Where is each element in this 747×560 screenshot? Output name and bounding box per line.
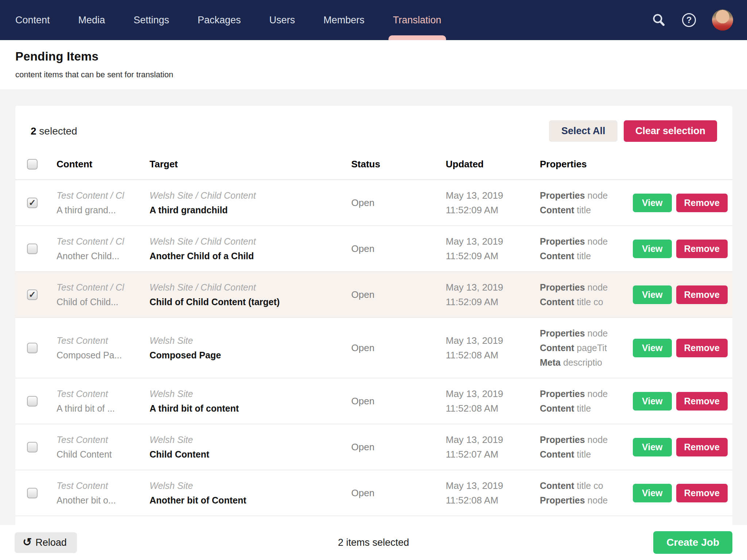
property-line: Content title [540,401,633,416]
table-row: Test Content Composed Pa... Welsh Site C… [15,318,732,378]
content-name: A third bit of ... [57,401,150,416]
content-path: Test Content [57,478,150,493]
column-header-updated: Updated [446,159,540,170]
property-line: Content title co [540,478,633,493]
view-button[interactable]: View [633,194,672,212]
table-row: ✓ Test Content / Cl Child of Child... We… [15,272,732,318]
updated-date: May 13, 2019 [446,188,540,203]
row-checkbox[interactable] [27,343,38,353]
clear-selection-button[interactable]: Clear selection [624,120,717,142]
nav-item-settings[interactable]: Settings [133,0,169,40]
view-button[interactable]: View [633,285,672,304]
updated-cell: May 13, 2019 11:52:08 AM [446,333,540,362]
property-line: Content title [540,447,633,462]
nav-item-users[interactable]: Users [269,0,295,40]
nav-item-members[interactable]: Members [324,0,365,40]
updated-time: 11:52:08 AM [446,401,540,416]
properties-cell: Properties nodeContent title [540,386,633,416]
view-button[interactable]: View [633,392,672,411]
property-line: Content pageTit [540,341,633,355]
target-path: Welsh Site [150,333,351,348]
content-path: Test Content / Cl [57,234,150,249]
updated-cell: May 13, 2019 11:52:09 AM [446,188,540,217]
remove-button[interactable]: Remove [676,484,728,502]
create-job-button[interactable]: Create Job [653,531,732,554]
table-body: ✓ Test Content / Cl A third grand... Wel… [15,180,732,516]
remove-button[interactable]: Remove [676,392,728,411]
selected-count-label: selected [39,125,77,137]
user-avatar[interactable] [712,9,733,31]
view-button[interactable]: View [633,484,672,502]
remove-button[interactable]: Remove [676,240,728,258]
search-icon[interactable] [651,13,666,27]
updated-cell: May 13, 2019 11:52:09 AM [446,234,540,263]
nav-item-packages[interactable]: Packages [198,0,241,40]
row-checkbox[interactable] [27,442,38,452]
property-line: Content title co [540,295,633,309]
remove-button[interactable]: Remove [676,438,728,456]
footer-items-selected: 2 items selected [0,537,747,548]
updated-time: 11:52:08 AM [446,348,540,362]
view-button[interactable]: View [633,438,672,456]
row-checkbox[interactable] [27,244,38,254]
row-checkbox[interactable] [27,488,38,498]
properties-cell: Properties nodeContent title [540,188,633,217]
content-path: Test Content [57,386,150,401]
properties-cell: Properties nodeContent title [540,432,633,462]
nav-item-translation[interactable]: Translation [393,0,441,40]
remove-button[interactable]: Remove [676,285,728,304]
page-header: Pending Items content items that can be … [0,40,747,89]
help-icon[interactable]: ? [682,13,696,27]
row-checkbox[interactable]: ✓ [27,289,38,300]
properties-cell: Properties nodeContent title co [540,280,633,309]
updated-date: May 13, 2019 [446,386,540,401]
select-all-checkbox[interactable] [27,159,38,170]
row-checkbox[interactable]: ✓ [27,198,38,208]
target-path: Welsh Site [150,478,351,493]
target-path: Welsh Site / Child Content [150,234,351,249]
row-checkbox[interactable] [27,396,38,407]
content-path: Test Content [57,333,150,348]
remove-button[interactable]: Remove [676,194,728,212]
property-line: Properties node [540,432,633,447]
page-subtitle: content items that can be sent for trans… [15,70,732,79]
updated-time: 11:52:09 AM [446,249,540,263]
table-row: Test Content Another bit o... Welsh Site… [15,470,732,516]
column-header-properties: Properties [540,159,633,170]
target-name: A third grandchild [150,203,351,217]
updated-time: 11:52:09 AM [446,295,540,309]
updated-date: May 13, 2019 [446,234,540,249]
selected-count: 2 selected [31,125,77,137]
updated-date: May 13, 2019 [446,333,540,348]
content-name: Composed Pa... [57,348,150,362]
view-button[interactable]: View [633,339,672,357]
status-value: Open [351,442,446,453]
updated-cell: May 13, 2019 11:52:07 AM [446,432,540,462]
status-value: Open [351,243,446,254]
status-value: Open [351,396,446,407]
updated-date: May 13, 2019 [446,432,540,447]
content-path: Test Content / Cl [57,280,150,295]
reload-button[interactable]: ↺ Reload [15,532,77,553]
help-glyph: ? [686,15,692,25]
nav-item-media[interactable]: Media [78,0,105,40]
content-path: Test Content / Cl [57,188,150,203]
updated-cell: May 13, 2019 11:52:09 AM [446,280,540,309]
remove-button[interactable]: Remove [676,339,728,357]
updated-cell: May 13, 2019 11:52:08 AM [446,386,540,416]
updated-cell: May 13, 2019 11:52:08 AM [446,478,540,508]
updated-time: 11:52:07 AM [446,447,540,462]
select-all-button[interactable]: Select All [549,120,618,142]
table-row: Test Content Child Content Welsh Site Ch… [15,424,732,470]
target-name: Another bit of Content [150,493,351,508]
properties-cell: Properties nodeContent pageTitMeta descr… [540,326,633,370]
property-line: Properties node [540,326,633,341]
nav-items: ContentMediaSettingsPackagesUsersMembers… [0,0,441,40]
property-line: Content title [540,249,633,263]
view-button[interactable]: View [633,240,672,258]
property-line: Meta descriptio [540,355,633,370]
column-header-content: Content [57,159,150,170]
pending-items-card: 2 selected Select All Clear selection Co… [15,106,732,560]
footer-bar: 2 items selected ↺ Reload Create Job [0,525,747,560]
nav-item-content[interactable]: Content [15,0,50,40]
